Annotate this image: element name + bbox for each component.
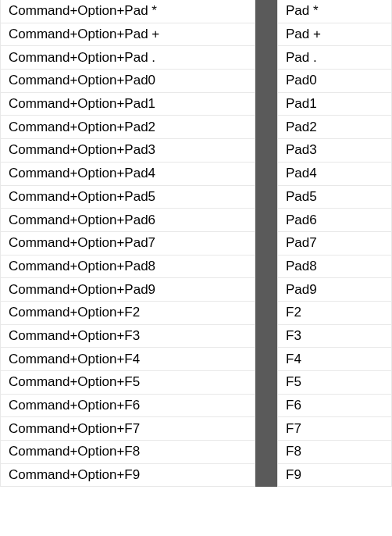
key-cell: F7 [286, 421, 301, 437]
key-cell: F9 [286, 467, 301, 483]
table-row[interactable]: Command+Option+Pad9 [0, 278, 255, 302]
table-row[interactable]: Command+Option+Pad3 [0, 139, 255, 163]
table-row[interactable]: Command+Option+Pad6 [0, 209, 255, 232]
table-row[interactable]: Pad2 [277, 116, 392, 139]
table-row[interactable]: F6 [277, 395, 392, 418]
shortcut-cell: Command+Option+F2 [9, 305, 140, 320]
shortcut-column: Command+Option+Pad * Command+Option+Pad … [0, 0, 255, 487]
table-row[interactable]: Command+Option+F4 [0, 348, 255, 371]
shortcut-cell: Command+Option+F7 [9, 421, 140, 437]
key-cell: Pad2 [286, 120, 317, 135]
key-cell: F2 [286, 305, 301, 320]
shortcut-cell: Command+Option+F6 [9, 398, 140, 413]
key-column: Pad * Pad + Pad . Pad0 Pad1 Pad2 Pad3 Pa… [277, 0, 392, 487]
table-row[interactable]: Command+Option+Pad8 [0, 255, 255, 279]
shortcut-cell: Command+Option+Pad1 [9, 96, 155, 112]
table-row[interactable]: Pad6 [277, 209, 392, 232]
table-row[interactable]: Command+Option+F7 [0, 417, 255, 441]
key-cell: Pad * [286, 3, 319, 19]
key-cell: Pad0 [286, 73, 317, 88]
shortcut-cell: Command+Option+Pad7 [9, 235, 155, 251]
key-cell: Pad3 [286, 142, 317, 158]
table-row[interactable]: Command+Option+F8 [0, 441, 255, 464]
table-row[interactable]: Command+Option+Pad + [0, 23, 255, 47]
shortcut-cell: Command+Option+Pad9 [9, 282, 155, 298]
key-cell: Pad1 [286, 96, 317, 112]
shortcut-cell: Command+Option+Pad * [9, 3, 157, 19]
shortcut-cell: Command+Option+Pad . [9, 50, 155, 66]
table-row[interactable]: Command+Option+Pad4 [0, 163, 255, 186]
table-row[interactable]: Command+Option+Pad5 [0, 186, 255, 209]
shortcut-cell: Command+Option+Pad5 [9, 189, 155, 205]
table-row[interactable]: F9 [277, 464, 392, 488]
table-row[interactable]: Pad4 [277, 163, 392, 186]
table-row[interactable]: Pad5 [277, 186, 392, 209]
table-row[interactable]: F7 [277, 417, 392, 441]
key-cell: Pad6 [286, 213, 317, 228]
shortcut-cell: Command+Option+F4 [9, 352, 140, 367]
table-row[interactable]: Command+Option+F5 [0, 371, 255, 395]
key-cell: Pad9 [286, 282, 317, 298]
shortcut-cell: Command+Option+F5 [9, 374, 140, 390]
table-row[interactable]: Pad8 [277, 255, 392, 279]
key-cell: F6 [286, 398, 301, 413]
table-row[interactable]: Pad3 [277, 139, 392, 163]
table-row[interactable]: Command+Option+Pad1 [0, 93, 255, 116]
key-cell: Pad + [286, 27, 321, 42]
shortcut-cell: Command+Option+F3 [9, 328, 140, 344]
table-row[interactable]: Pad0 [277, 70, 392, 93]
key-cell: F4 [286, 352, 301, 367]
table-row[interactable]: Pad1 [277, 93, 392, 116]
table-row[interactable]: Command+Option+Pad7 [0, 232, 255, 255]
table-row[interactable]: Command+Option+Pad0 [0, 70, 255, 93]
table-row[interactable]: Pad . [277, 46, 392, 70]
key-cell: Pad . [286, 50, 317, 66]
table-row[interactable]: Pad * [277, 0, 392, 23]
table-row[interactable]: Pad + [277, 23, 392, 47]
shortcut-cell: Command+Option+Pad6 [9, 213, 155, 228]
table-row[interactable]: F4 [277, 348, 392, 371]
key-cell: F5 [286, 374, 301, 390]
table-row[interactable]: F2 [277, 302, 392, 325]
table-row[interactable]: Command+Option+Pad2 [0, 116, 255, 139]
table-row[interactable]: Command+Option+Pad . [0, 46, 255, 70]
table-row[interactable]: Command+Option+Pad * [0, 0, 255, 23]
table-row[interactable]: Pad7 [277, 232, 392, 255]
table-row[interactable]: Command+Option+F2 [0, 302, 255, 325]
table-row[interactable]: F5 [277, 371, 392, 395]
key-cell: F8 [286, 444, 301, 459]
shortcut-cell: Command+Option+Pad + [9, 27, 159, 42]
key-cell: F3 [286, 328, 301, 344]
shortcut-cell: Command+Option+Pad2 [9, 120, 155, 135]
key-cell: Pad5 [286, 189, 317, 205]
key-cell: Pad4 [286, 166, 317, 181]
column-divider[interactable] [255, 0, 277, 487]
key-cell: Pad7 [286, 235, 317, 251]
key-cell: Pad8 [286, 259, 317, 274]
shortcut-cell: Command+Option+F8 [9, 444, 140, 459]
shortcut-cell: Command+Option+Pad0 [9, 73, 155, 88]
shortcut-cell: Command+Option+F9 [9, 467, 140, 483]
table-row[interactable]: Command+Option+F6 [0, 395, 255, 418]
shortcut-table: Command+Option+Pad * Command+Option+Pad … [0, 0, 392, 487]
shortcut-cell: Command+Option+Pad3 [9, 142, 155, 158]
shortcut-cell: Command+Option+Pad4 [9, 166, 155, 181]
table-row[interactable]: F3 [277, 325, 392, 348]
shortcut-cell: Command+Option+Pad8 [9, 259, 155, 274]
table-row[interactable]: Command+Option+F9 [0, 464, 255, 488]
table-row[interactable]: Pad9 [277, 278, 392, 302]
table-row[interactable]: Command+Option+F3 [0, 325, 255, 348]
table-row[interactable]: F8 [277, 441, 392, 464]
